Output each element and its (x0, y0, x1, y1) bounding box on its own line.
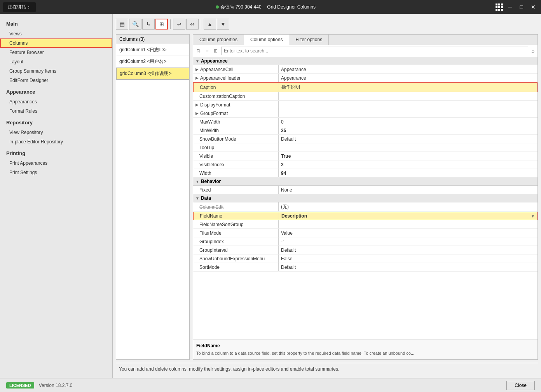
search-input[interactable] (221, 47, 528, 55)
prop-name-field-name: FieldName (194, 212, 279, 220)
btn-align[interactable]: ⇔ (186, 19, 199, 30)
properties-panel: Column propertiesColumn optionsFilter op… (193, 34, 538, 360)
prop-row-caption[interactable]: Caption操作说明 (193, 82, 538, 92)
prop-row-appearance-cell[interactable]: ▶AppearanceCellAppearance (193, 65, 538, 74)
prop-row-min-width[interactable]: MinWidth25 (193, 126, 538, 135)
sidebar-item-print-settings[interactable]: Print Settings (0, 168, 112, 177)
tab-column-properties[interactable]: Column properties (193, 35, 244, 45)
prop-name-customization-caption: CustomizationCaption (193, 92, 279, 100)
sidebar-item-print-appearances[interactable]: Print Appearances (0, 159, 112, 168)
title-bar-controls: ─ □ ✕ (496, 3, 538, 11)
btn-settings[interactable]: ⇌ (173, 19, 185, 30)
close-button[interactable]: Close (506, 381, 535, 390)
speaker-label: 正在讲话： (3, 2, 36, 12)
sidebar-item-inplace-editor-repository[interactable]: In-place Editor Repository (0, 137, 112, 146)
prop-row-sort-mode[interactable]: SortModeDefault (193, 263, 538, 272)
prop-row-max-width[interactable]: MaxWidth0 (193, 118, 538, 126)
column-item-col2[interactable]: gridColumn2 <用户名> (116, 56, 189, 68)
prop-value-appearance-cell: Appearance (279, 65, 538, 73)
prop-row-show-unbound-expression-menu[interactable]: ShowUnboundExpressionMenuFalse (193, 254, 538, 263)
prop-row-column-edit[interactable]: ColumnEdit(无) (193, 202, 538, 212)
btn-add[interactable]: ↳ (142, 19, 155, 30)
expand-arrow-appearance-cell: ▶ (195, 67, 199, 71)
maximize-button[interactable]: □ (518, 3, 525, 11)
search-bar: ⇅ ≡ ⊞ ⌕ (193, 45, 538, 57)
prop-value-filter-mode: Value (279, 229, 538, 237)
prop-row-visible[interactable]: VisibleTrue (193, 152, 538, 160)
prop-value-tooltip (279, 143, 538, 152)
columns-panel: Columns (3) gridColumn1 <日志ID>gridColumn… (116, 34, 190, 360)
columns-list: gridColumn1 <日志ID>gridColumn2 <用户名>gridC… (116, 44, 189, 80)
btn-up[interactable]: ▲ (204, 19, 216, 30)
prop-name-sort-mode: SortMode (193, 263, 279, 271)
prop-value-group-interval: Default (279, 246, 538, 254)
properties-icon[interactable]: ⊞ (212, 47, 220, 55)
prop-row-width[interactable]: Width94 (193, 169, 538, 178)
prop-value-text-field-name: Description (281, 213, 307, 219)
search-magnify-icon: ⌕ (530, 48, 536, 54)
column-item-col1[interactable]: gridColumn1 <日志ID> (116, 44, 189, 56)
sort-category-icon[interactable]: ≡ (203, 47, 211, 55)
dropdown-arrow-field-name[interactable]: ▼ (531, 214, 535, 218)
sort-alpha-icon[interactable]: ⇅ (195, 47, 202, 55)
section-label-data: Data (201, 195, 211, 201)
sidebar-item-group-summary-items[interactable]: Group Summary Items (0, 66, 112, 76)
title-bar-center: 会议号 790 904 440 Grid Designer Columns (216, 4, 316, 10)
prop-section-appearance[interactable]: ▼ Appearance (193, 57, 538, 65)
section-arrow-data: ▼ (195, 196, 199, 200)
middle-section: Columns (3) gridColumn1 <日志ID>gridColumn… (116, 34, 538, 360)
btn-columns[interactable]: ⊞ (155, 19, 168, 30)
btn-down[interactable]: ▼ (217, 19, 229, 30)
prop-name-display-format: ▶DisplayFormat (193, 101, 279, 109)
prop-row-field-name-sort-group[interactable]: FieldNameSortGroup (193, 220, 538, 229)
prop-row-field-name[interactable]: FieldNameDescription▼ (193, 212, 538, 220)
right-panel: ▤🔍↳⊞⇌⇔▲▼ Columns (3) gridColumn1 <日志ID>g… (113, 14, 541, 378)
version-text: Version 18.2.7.0 (39, 383, 73, 388)
prop-row-group-interval[interactable]: GroupIntervalDefault (193, 246, 538, 254)
prop-row-visible-index[interactable]: VisibleIndex2 (193, 160, 538, 169)
prop-name-visible-index: VisibleIndex (193, 160, 279, 169)
prop-value-fixed: None (279, 186, 538, 194)
btn-search[interactable]: 🔍 (129, 19, 141, 30)
prop-value-appearance-header: Appearance (279, 74, 538, 82)
sidebar-item-feature-browser[interactable]: Feature Browser (0, 48, 112, 57)
prop-section-behavior[interactable]: ▼ Behavior (193, 178, 538, 186)
prop-row-group-format[interactable]: ▶GroupFormat (193, 109, 538, 118)
prop-value-group-index: -1 (279, 237, 538, 246)
prop-row-customization-caption[interactable]: CustomizationCaption (193, 92, 538, 101)
column-item-col3[interactable]: gridColumn3 <操作说明> (116, 68, 189, 80)
prop-row-filter-mode[interactable]: FilterModeValue (193, 229, 538, 237)
sidebar-item-view-repository[interactable]: View Repository (0, 128, 112, 137)
btn-layout[interactable]: ▤ (116, 19, 128, 30)
section-arrow-behavior: ▼ (195, 179, 199, 184)
minimize-button[interactable]: ─ (506, 3, 515, 11)
prop-name-filter-mode: FilterMode (193, 229, 279, 237)
prop-value-field-name[interactable]: Description▼ (279, 212, 537, 220)
sidebar-item-editform-designer[interactable]: EditForm Designer (0, 76, 112, 85)
section-label-behavior: Behavior (201, 179, 221, 184)
prop-name-caption: Caption (194, 83, 279, 92)
prop-row-show-button-mode[interactable]: ShowButtonModeDefault (193, 135, 538, 143)
main-window: MainViewsColumnsFeature BrowserLayoutGro… (0, 14, 541, 392)
prop-row-group-index[interactable]: GroupIndex-1 (193, 237, 538, 246)
prop-row-fixed[interactable]: FixedNone (193, 186, 538, 194)
close-window-button[interactable]: ✕ (529, 3, 538, 11)
sidebar-item-layout[interactable]: Layout (0, 57, 112, 66)
prop-value-show-unbound-expression-menu: False (279, 254, 538, 263)
grid-icon (496, 3, 503, 11)
title-bar: 正在讲话： 会议号 790 904 440 Grid Designer Colu… (0, 0, 541, 14)
sidebar-item-views[interactable]: Views (0, 29, 112, 38)
sidebar-item-appearances[interactable]: Appearances (0, 97, 112, 106)
toolbar: ▤🔍↳⊞⇌⇔▲▼ (116, 17, 538, 31)
status-bar: LICENSED Version 18.2.7.0 Close (0, 378, 541, 392)
sidebar-section-repository: Repository (0, 116, 112, 128)
tab-filter-options[interactable]: Filter options (289, 35, 329, 45)
tab-column-options[interactable]: Column options (244, 35, 289, 45)
sidebar-item-format-rules[interactable]: Format Rules (0, 106, 112, 116)
prop-section-data[interactable]: ▼ Data (193, 194, 538, 202)
prop-row-tooltip[interactable]: ToolTip (193, 143, 538, 152)
prop-row-display-format[interactable]: ▶DisplayFormat (193, 101, 538, 109)
prop-row-appearance-header[interactable]: ▶AppearanceHeaderAppearance (193, 74, 538, 82)
sidebar-item-columns[interactable]: Columns (0, 38, 112, 48)
window-title: Grid Designer Columns (267, 4, 316, 10)
